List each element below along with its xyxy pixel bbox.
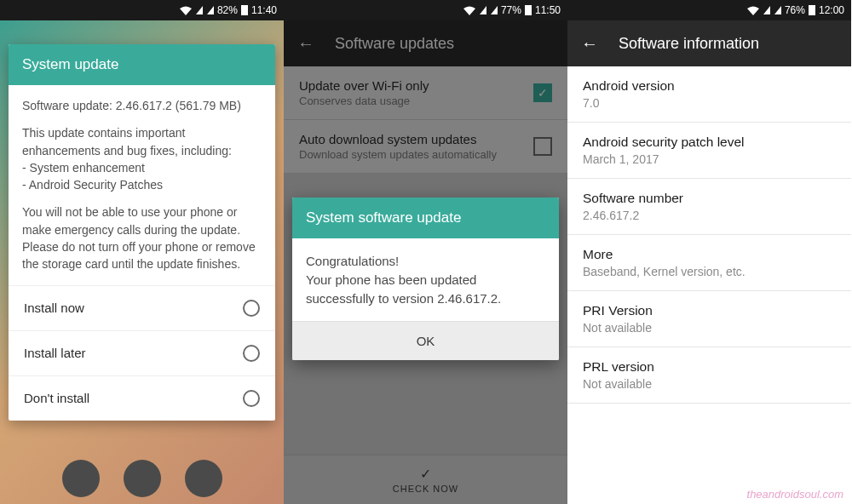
dialog-body: Congratulations! Your phone has been upd… bbox=[292, 238, 559, 321]
system-update-dialog: System update Software update: 2.46.617.… bbox=[9, 44, 275, 421]
app-bar-title: Software information bbox=[619, 35, 759, 53]
ok-button[interactable]: OK bbox=[292, 321, 559, 360]
dock-app-icon[interactable] bbox=[124, 460, 161, 497]
status-bar: 76% 12:00 bbox=[567, 0, 851, 20]
signal-icon-2 bbox=[491, 6, 498, 14]
info-software-number[interactable]: Software number 2.46.617.2 bbox=[567, 179, 851, 235]
radio-icon bbox=[243, 300, 260, 317]
info-title: Android version bbox=[583, 78, 836, 94]
battery-icon bbox=[809, 5, 815, 15]
info-title: PRI Version bbox=[583, 303, 836, 318]
software-information-screen: ← Software information Android version 7… bbox=[567, 20, 851, 504]
dialog-line: Congratulations! bbox=[306, 252, 545, 271]
info-value: Not available bbox=[583, 377, 836, 391]
dock-app-icon[interactable] bbox=[185, 460, 222, 497]
update-warning: You will not be able to use your phone o… bbox=[22, 203, 262, 272]
back-icon[interactable]: ← bbox=[581, 34, 598, 54]
home-wallpaper: System update Software update: 2.46.617.… bbox=[0, 20, 284, 504]
software-updates-screen: ← Software updates Update over Wi-Fi onl… bbox=[284, 20, 567, 504]
option-dont-install[interactable]: Don't install bbox=[9, 376, 275, 421]
update-description-bullet: - System enhancement bbox=[22, 159, 262, 176]
wifi-icon bbox=[180, 6, 192, 15]
signal-icon-2 bbox=[774, 6, 781, 14]
signal-icon bbox=[763, 6, 770, 14]
info-value: 2.46.617.2 bbox=[583, 209, 836, 222]
battery-percentage: 77% bbox=[501, 4, 521, 16]
info-title: PRL version bbox=[583, 359, 836, 375]
info-title: Android security patch level bbox=[583, 135, 836, 150]
battery-icon bbox=[241, 5, 248, 15]
phone-1-system-update: 82% 11:40 System update Software update:… bbox=[0, 0, 284, 504]
wifi-icon bbox=[747, 6, 759, 15]
update-success-dialog: System software update Congratulations! … bbox=[292, 198, 559, 360]
option-install-later[interactable]: Install later bbox=[9, 331, 275, 376]
info-value: Baseband, Kernel version, etc. bbox=[583, 265, 836, 278]
signal-icon bbox=[480, 6, 486, 14]
info-title: More bbox=[583, 247, 836, 262]
battery-icon bbox=[525, 5, 532, 15]
watermark: theandroidsoul.com bbox=[747, 488, 843, 501]
option-label: Install now bbox=[24, 301, 84, 315]
info-value: 7.0 bbox=[583, 96, 836, 110]
info-security-patch[interactable]: Android security patch level March 1, 20… bbox=[567, 123, 851, 179]
info-value: Not available bbox=[583, 321, 836, 335]
clock: 12:00 bbox=[819, 4, 844, 16]
info-title: Software number bbox=[583, 191, 836, 206]
option-install-now[interactable]: Install now bbox=[9, 286, 275, 331]
radio-icon bbox=[243, 390, 260, 407]
app-bar: ← Software information bbox=[567, 20, 851, 66]
option-label: Install later bbox=[24, 346, 86, 360]
phone-3-software-information: 76% 12:00 ← Software information Android… bbox=[567, 0, 851, 504]
dialog-line: Your phone has been updated successfully… bbox=[306, 271, 545, 308]
info-android-version[interactable]: Android version 7.0 bbox=[567, 66, 851, 123]
dock-app-icon[interactable] bbox=[62, 460, 100, 497]
info-value: March 1, 2017 bbox=[583, 152, 836, 166]
info-pri-version[interactable]: PRI Version Not available bbox=[567, 291, 851, 347]
battery-percentage: 82% bbox=[217, 4, 238, 16]
radio-icon bbox=[243, 345, 260, 362]
status-bar: 77% 11:50 bbox=[284, 0, 567, 20]
battery-percentage: 76% bbox=[785, 4, 805, 16]
dock bbox=[0, 460, 284, 497]
update-description-bullet: - Android Security Patches bbox=[22, 176, 262, 193]
info-more[interactable]: More Baseband, Kernel version, etc. bbox=[567, 235, 851, 291]
clock: 11:40 bbox=[251, 4, 277, 16]
info-prl-version[interactable]: PRL version Not available bbox=[567, 347, 851, 404]
install-options: Install now Install later Don't install bbox=[9, 285, 275, 421]
phone-2-update-success: 77% 11:50 ← Software updates Update over… bbox=[284, 0, 567, 504]
update-description-intro: This update contains important enhanceme… bbox=[22, 124, 262, 159]
status-bar: 82% 11:40 bbox=[0, 0, 284, 20]
dialog-title: System software update bbox=[292, 198, 559, 238]
signal-icon-2 bbox=[207, 6, 214, 14]
version-line: Software update: 2.46.617.2 (561.79 MB) bbox=[22, 97, 262, 114]
dialog-title: System update bbox=[9, 44, 275, 85]
option-label: Don't install bbox=[24, 391, 89, 405]
signal-icon bbox=[196, 6, 203, 14]
wifi-icon bbox=[463, 6, 475, 15]
clock: 11:50 bbox=[535, 4, 561, 16]
info-list: Android version 7.0 Android security pat… bbox=[567, 66, 851, 404]
dialog-body: Software update: 2.46.617.2 (561.79 MB) … bbox=[9, 85, 275, 285]
